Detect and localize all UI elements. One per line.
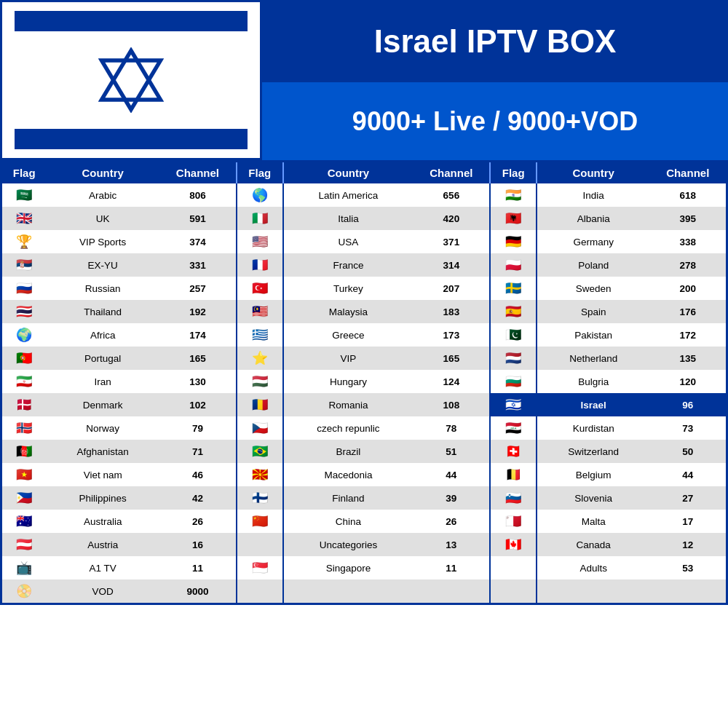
country-cell: China [283, 510, 414, 533]
channel-cell: 27 [649, 486, 726, 510]
flag-cell: 🇷🇺 [2, 277, 46, 300]
col-country-1: Country [46, 162, 159, 183]
channel-cell: 165 [413, 347, 490, 370]
flag-cell: 🇬🇧 [2, 207, 46, 230]
channel-cell: 165 [159, 347, 237, 370]
country-cell: Poland [537, 253, 650, 277]
flag-cell: 🇨🇳 [237, 510, 283, 533]
flag-cell: 🌍 [2, 323, 46, 347]
channel-cell: 73 [649, 416, 726, 440]
country-cell: VIP [283, 347, 414, 370]
flag-cell: 🇫🇷 [237, 253, 283, 277]
header: Israel IPTV BOX 9000+ Live / 9000+VOD [0, 0, 728, 160]
channel-cell: 78 [413, 416, 490, 440]
country-cell: Malaysia [283, 300, 414, 323]
channel-cell: 26 [413, 510, 490, 533]
country-cell: Brazil [283, 440, 414, 463]
country-cell: EX-YU [46, 253, 159, 277]
flag-cell: 🇻🇳 [2, 463, 46, 486]
star-of-david-icon [98, 47, 164, 113]
country-cell: Malta [537, 510, 650, 533]
channel-cell: 120 [649, 370, 726, 393]
flag-cell: 🇺🇸 [237, 230, 283, 253]
flag-cell: 🇦🇱 [490, 207, 537, 230]
channel-cell: 17 [649, 510, 726, 533]
channel-cell: 50 [649, 440, 726, 463]
channel-cell: 12 [649, 533, 726, 556]
country-cell: Switzerland [537, 440, 650, 463]
channel-cell: 173 [413, 323, 490, 347]
country-cell: Finland [283, 486, 414, 510]
channel-cell [413, 579, 490, 603]
country-cell: France [283, 253, 414, 277]
channel-cell: 96 [649, 393, 726, 416]
flag-cell: 🇸🇦 [2, 183, 46, 207]
channel-cell: 174 [159, 323, 237, 347]
country-cell: USA [283, 230, 414, 253]
channel-cell: 53 [649, 556, 726, 579]
country-cell: Spain [537, 300, 650, 323]
country-cell: Afghanistan [46, 440, 159, 463]
israel-flag [15, 11, 248, 149]
country-cell: Macedonia [283, 463, 414, 486]
country-cell: Albania [537, 207, 650, 230]
country-cell: Kurdistan [537, 416, 650, 440]
channel-cell [649, 579, 726, 603]
flag-cell: 🇭🇺 [237, 370, 283, 393]
flag-cell: 🇦🇹 [2, 533, 46, 556]
country-cell: Turkey [283, 277, 414, 300]
flag-bottom-stripe [15, 129, 248, 149]
channel-cell: 656 [413, 183, 490, 207]
col-country-2: Country [283, 162, 414, 183]
country-cell [537, 579, 650, 603]
flag-cell [237, 533, 283, 556]
col-flag-1: Flag [2, 162, 46, 183]
flag-cell: 🇷🇸 [2, 253, 46, 277]
channel-cell: 79 [159, 416, 237, 440]
channel-cell: 338 [649, 230, 726, 253]
flag-cell: 🇵🇭 [2, 486, 46, 510]
country-cell: Arabic [46, 183, 159, 207]
country-cell: Bulgria [537, 370, 650, 393]
channel-cell: 11 [159, 556, 237, 579]
channel-cell: 200 [649, 277, 726, 300]
flag-cell [490, 579, 537, 603]
country-cell: Singapore [283, 556, 414, 579]
country-cell: Thailand [46, 300, 159, 323]
flag-cell: 🇨🇭 [490, 440, 537, 463]
table-section: Flag Country Channel Flag Country Channe… [0, 160, 728, 605]
country-cell: Latin America [283, 183, 414, 207]
main-title: Israel IPTV BOX [374, 23, 617, 60]
flag-cell: 🇩🇰 [2, 393, 46, 416]
country-cell: Canada [537, 533, 650, 556]
country-cell: Greece [283, 323, 414, 347]
country-cell: Israel [537, 393, 650, 416]
channel-cell: 42 [159, 486, 237, 510]
country-cell: Belgium [537, 463, 650, 486]
channel-cell: 11 [413, 556, 490, 579]
right-section: Israel IPTV BOX 9000+ Live / 9000+VOD [262, 0, 728, 160]
channel-cell: 172 [649, 323, 726, 347]
channel-cell: 183 [413, 300, 490, 323]
country-cell: Norway [46, 416, 159, 440]
flag-cell: 🇸🇪 [490, 277, 537, 300]
channel-cell: 374 [159, 230, 237, 253]
country-cell: Denmark [46, 393, 159, 416]
country-cell: UK [46, 207, 159, 230]
table-header: Flag Country Channel Flag Country Channe… [2, 162, 726, 183]
country-cell: Italia [283, 207, 414, 230]
channel-cell: 135 [649, 347, 726, 370]
channel-cell: 130 [159, 370, 237, 393]
country-cell: Hungary [283, 370, 414, 393]
channel-cell: 618 [649, 183, 726, 207]
channel-cell: 9000 [159, 579, 237, 603]
flag-cell: 🇬🇷 [237, 323, 283, 347]
col-channel-3: Channel [649, 162, 726, 183]
country-cell: Philippines [46, 486, 159, 510]
channel-cell: 71 [159, 440, 237, 463]
channel-cell: 176 [649, 300, 726, 323]
country-cell: Portugal [46, 347, 159, 370]
channel-cell: 331 [159, 253, 237, 277]
flag-cell: 📀 [2, 579, 46, 603]
country-cell: A1 TV [46, 556, 159, 579]
